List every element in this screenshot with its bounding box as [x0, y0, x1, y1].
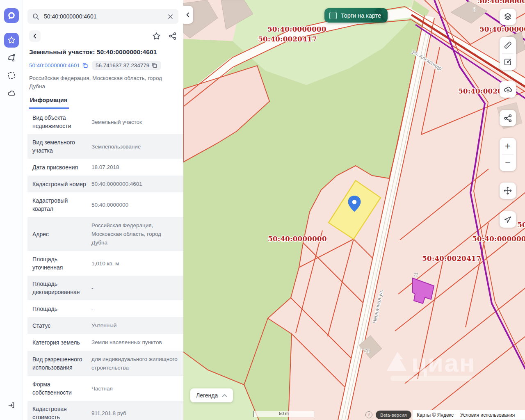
table-row: Площадь уточненная1,010 кв. м [27, 251, 183, 276]
app-window: Земельный участок: 50:40:0000000:4601 50… [0, 0, 525, 420]
collapse-panel-button[interactable] [183, 6, 193, 24]
login-icon [7, 401, 16, 409]
row-label: Дата присвоения [32, 163, 87, 171]
map-canvas[interactable]: 50:40:0000000 50:40:0020417 50:40:000000… [183, 0, 525, 420]
share-button[interactable] [167, 30, 178, 42]
row-value: Земельный участок [91, 118, 178, 126]
cadastral-quarter-label: 50:40:0000000 [268, 235, 327, 243]
cadastral-quarter-label: 50:40:0000000 [477, 0, 525, 5]
upload-button[interactable] [500, 81, 516, 98]
row-label: Категория земель [32, 338, 87, 347]
cadastral-quarter-label: 50:40:0020417 [258, 35, 317, 43]
zoom-in-button[interactable]: + [500, 138, 516, 154]
legend-button[interactable]: Легенда [190, 388, 233, 402]
row-label: Вид разрешенного использования [32, 355, 87, 372]
star-icon [7, 36, 16, 44]
zoom-out-button[interactable]: − [500, 155, 516, 171]
row-label: Кадастровый квартал [32, 196, 87, 213]
cadastral-number-link[interactable]: 50:40:0000000:4601 [29, 62, 88, 68]
copyright-link[interactable]: Карты © Яндекс [417, 412, 454, 418]
watermark-text: циан [411, 349, 475, 377]
draw-button[interactable] [500, 54, 516, 70]
table-row: Кадастровая стоимость911,201.8 руб [27, 401, 183, 420]
row-value: - [91, 284, 178, 292]
polygon-icon [7, 54, 16, 62]
row-label: Адрес [32, 230, 87, 238]
table-row: Дата присвоения18.07.2018 [27, 159, 183, 176]
star-outline-icon [152, 32, 161, 41]
sidebar-item-cloud[interactable] [4, 86, 19, 100]
chips-row: 50:40:0000000:4601 56.741637 37.234779 [29, 61, 178, 70]
measure-tools-group [500, 37, 516, 70]
copy-icon[interactable] [82, 62, 88, 68]
trades-checkbox[interactable] [329, 12, 337, 19]
beta-label: Beta-версия [380, 413, 407, 418]
navigation-arrow-icon [504, 215, 512, 224]
pan-mode-button[interactable] [500, 183, 516, 199]
sidebar-item-login[interactable] [4, 398, 19, 413]
chevron-left-icon [185, 12, 190, 17]
share-icon [504, 114, 512, 123]
sidebar-item-polygon-tool[interactable] [4, 50, 19, 65]
search-bar[interactable] [27, 9, 178, 24]
back-button[interactable] [29, 30, 41, 42]
attributes-table: Вид объекта недвижимостиЗемельный участо… [27, 110, 183, 420]
share-icon [169, 32, 177, 40]
table-row: СтатусУчтенный [27, 317, 183, 334]
copy-icon[interactable] [151, 62, 158, 68]
row-value: - [91, 304, 178, 313]
row-value: 50:40:0000000:4601 [91, 180, 178, 188]
table-row: Категория земельЗемли населенных пунктов [27, 334, 183, 351]
ruler-button[interactable] [500, 37, 516, 53]
layers-icon [503, 12, 512, 21]
ruler-icon [503, 41, 512, 50]
terms-link[interactable]: Условия использования [460, 412, 515, 418]
trades-on-map-toggle[interactable]: Торги на карте [324, 8, 388, 23]
table-row: Площадь- [27, 300, 183, 317]
share-map-button[interactable] [500, 110, 516, 126]
app-logo[interactable] [4, 8, 19, 23]
cadastral-number-text: 50:40:0000000:4601 [29, 62, 80, 68]
chevron-left-icon [32, 33, 38, 39]
row-value: Российская Федерация, Московская область… [91, 221, 178, 247]
table-row: Форма собственностиЧастная [27, 376, 183, 401]
zoom-controls: + − [500, 138, 516, 171]
row-label: Кадастровая стоимость [32, 405, 87, 420]
clear-search-icon[interactable] [167, 14, 173, 20]
pan-arrows-icon [503, 186, 512, 195]
map-attribution: Карты © Яндекс Условия использования [413, 410, 525, 420]
table-row: Вид объекта недвижимостиЗемельный участо… [27, 110, 183, 134]
search-input[interactable] [43, 13, 164, 20]
details-panel: Земельный участок: 50:40:0000000:4601 50… [23, 0, 183, 420]
table-row: АдресРоссийская Федерация, Московская об… [27, 217, 183, 251]
row-value: 1,010 кв. м [91, 259, 178, 268]
app-logo-icon [7, 11, 16, 20]
legend-label: Легенда [196, 392, 218, 399]
layers-button[interactable] [500, 9, 516, 25]
sidebar-item-area-select[interactable] [4, 68, 19, 83]
row-value: 18.07.2018 [91, 163, 178, 171]
row-label: Площадь уточненная [32, 255, 87, 272]
table-row: Кадастровый квартал50:40:0000000 [27, 192, 183, 217]
row-label: Площадь декларированная [32, 280, 87, 296]
sidebar-item-favorites[interactable] [4, 33, 19, 48]
map-base-layer: 50:40:0000000 50:40:0020417 50:40:000000… [183, 0, 525, 420]
table-row: Площадь декларированная- [27, 276, 183, 300]
coordinates-chip[interactable]: 56.741637 37.234779 [92, 61, 161, 70]
favorite-button[interactable] [151, 30, 162, 42]
watermark-subline [390, 376, 472, 381]
row-label: Кадастровый номер [32, 180, 87, 188]
page-title: Земельный участок: 50:40:0000000:4601 [29, 48, 178, 56]
building-number-label: 72 [413, 272, 418, 277]
info-icon[interactable]: i [365, 411, 372, 418]
row-value: Землепользование [91, 142, 178, 151]
locate-me-button[interactable] [500, 211, 516, 228]
tab-information[interactable]: Информация [29, 97, 69, 109]
trades-label: Торги на карте [341, 12, 381, 19]
left-icon-rail [0, 0, 23, 420]
row-label: Вид земельного участка [32, 138, 87, 155]
row-value: для индивидуального жилищного строительс… [91, 355, 178, 372]
building-number-label: 3 [473, 7, 476, 12]
panel-header [27, 30, 178, 42]
row-label: Площадь [32, 305, 87, 313]
